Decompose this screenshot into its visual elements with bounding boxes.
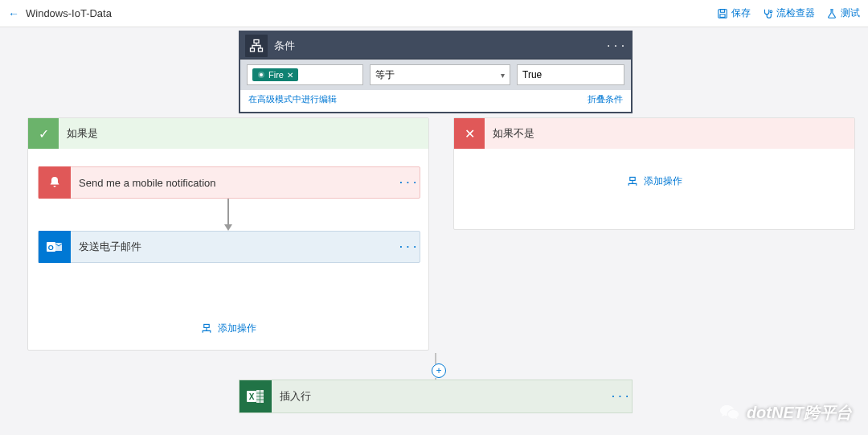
wechat-icon: [719, 404, 740, 422]
mail-action[interactable]: O 发送电子邮件 · · ·: [38, 231, 420, 263]
svg-rect-5: [251, 48, 255, 51]
save-button[interactable]: 保存: [717, 6, 751, 20]
connector-line: [435, 353, 436, 364]
add-step-icon: [200, 323, 213, 334]
svg-rect-12: [204, 324, 209, 327]
svg-rect-4: [254, 39, 259, 43]
add-action-no[interactable]: 添加操作: [626, 174, 682, 188]
insert-row-more[interactable]: · · ·: [609, 391, 632, 402]
close-icon: ✕: [454, 118, 485, 149]
svg-point-8: [260, 73, 263, 76]
condition-operator-select[interactable]: 等于 ▾: [370, 64, 510, 85]
svg-text:O: O: [48, 244, 54, 252]
condition-title: 条件: [274, 39, 605, 53]
branch-yes-header: ✓ 如果是: [28, 118, 428, 149]
test-button[interactable]: 测试: [826, 6, 860, 20]
add-step-icon: [626, 176, 639, 187]
branch-no: ✕ 如果不是 添加操作: [453, 117, 855, 230]
svg-rect-0: [719, 9, 727, 18]
svg-rect-13: [630, 177, 635, 180]
flow-title: Windows-IoT-Data: [26, 7, 112, 19]
condition-left-input[interactable]: Fire ✕: [247, 64, 363, 85]
fire-token[interactable]: Fire ✕: [252, 68, 298, 81]
mail-more[interactable]: · · ·: [397, 241, 420, 252]
notification-more[interactable]: · · ·: [397, 177, 420, 188]
condition-icon: [245, 35, 268, 57]
back-arrow[interactable]: ←: [8, 7, 19, 20]
add-step-button[interactable]: +: [432, 363, 446, 378]
svg-point-3: [770, 10, 772, 13]
arrow-connector: [227, 199, 229, 226]
condition-card: 条件 · · · Fire ✕ 等于 ▾ True 在高级模式中进行编辑 折叠条…: [239, 31, 633, 113]
token-remove[interactable]: ✕: [287, 71, 293, 80]
chevron-down-icon: ▾: [501, 71, 505, 80]
flow-checker-button[interactable]: 流检查器: [762, 6, 815, 20]
svg-rect-1: [720, 9, 724, 12]
add-action-yes[interactable]: 添加操作: [200, 322, 256, 335]
save-icon: [717, 8, 728, 19]
condition-more[interactable]: · · ·: [605, 39, 626, 53]
svg-rect-2: [720, 14, 725, 17]
stethoscope-icon: [762, 8, 773, 19]
token-icon: [257, 71, 265, 79]
svg-text:X: X: [249, 392, 255, 401]
notification-action[interactable]: Send me a mobile notification · · ·: [38, 166, 420, 199]
condition-body: Fire ✕ 等于 ▾ True: [240, 60, 631, 90]
svg-rect-6: [259, 48, 263, 51]
branch-yes: ✓ 如果是 Send me a mobile notification · · …: [27, 117, 429, 351]
watermark: dotNET跨平台: [719, 402, 852, 424]
condition-value-input[interactable]: True: [517, 64, 624, 85]
condition-header[interactable]: 条件 · · ·: [240, 32, 631, 60]
bell-icon: [39, 166, 71, 199]
check-icon: ✓: [28, 118, 59, 149]
advanced-mode-link[interactable]: 在高级模式中进行编辑: [248, 93, 337, 105]
collapse-condition-link[interactable]: 折叠条件: [588, 93, 623, 105]
flask-icon: [826, 8, 837, 19]
insert-row-action[interactable]: X 插入行 · · ·: [239, 380, 633, 413]
branch-no-header: ✕ 如果不是: [454, 118, 854, 149]
outlook-icon: O: [39, 231, 71, 263]
excel-icon: X: [240, 380, 272, 412]
